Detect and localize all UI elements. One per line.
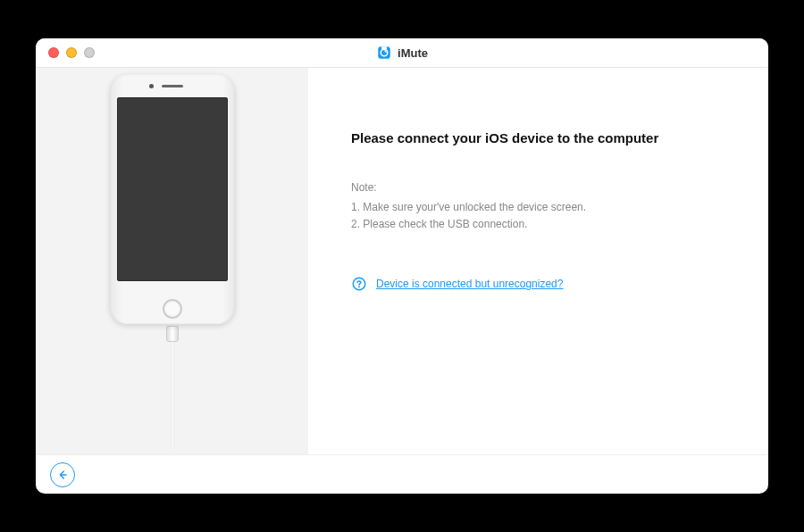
help-link-unrecognized[interactable]: Device is connected but unrecognized? [376,278,563,290]
device-illustration-pane [36,68,308,454]
title-center: iMute [376,45,428,61]
note-line-1: 1. Make sure your've unlocked the device… [351,199,736,216]
help-row: Device is connected but unrecognized? [351,276,736,292]
phone-screen [117,97,228,281]
instruction-pane: Please connect your iOS device to the co… [308,68,768,454]
note-line-2: 2. Please check the USB connection. [351,216,736,233]
cable-illustration [166,326,179,449]
phone-camera-icon [149,84,154,88]
footer [36,454,768,494]
app-icon [376,45,392,61]
titlebar: iMute [36,38,768,68]
app-title: iMute [398,46,428,60]
help-icon [351,276,367,292]
close-window-button[interactable] [48,47,59,58]
minimize-window-button[interactable] [66,47,77,58]
cable-wire-icon [171,342,174,449]
arrow-left-icon [55,468,70,482]
cable-connector-icon [166,326,179,342]
svg-rect-2 [381,46,387,49]
app-window: iMute Please connect your iOS device to … [36,38,768,494]
back-button[interactable] [50,462,75,487]
phone-home-button-icon [163,299,182,319]
content-area: Please connect your iOS device to the co… [36,68,768,454]
phone-speaker-icon [162,85,183,87]
instruction-heading: Please connect your iOS device to the co… [351,130,736,145]
note-label: Note: [351,181,736,194]
maximize-window-button[interactable] [84,47,95,58]
phone-body [110,74,235,324]
phone-illustration [101,74,244,449]
svg-point-4 [358,287,360,288]
window-controls [36,47,95,58]
